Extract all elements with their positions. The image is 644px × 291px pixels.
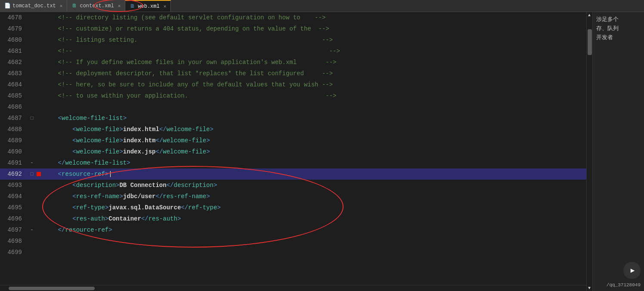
line-content: <!-- If you define welcome files in your… [42, 57, 586, 68]
error-gutter [36, 90, 42, 101]
code-editor[interactable]: 4678 <!-- directory listing (see default… [0, 12, 586, 291]
line-number: 4680 [0, 34, 28, 46]
error-gutter [36, 180, 42, 191]
right-sidebar: 涉足多个存、队列开发者 ▶ /qq_37128049 [592, 12, 644, 291]
error-gutter [36, 46, 42, 57]
table-row: 4696 <res-auth>Container</res-auth> [0, 213, 586, 224]
table-row: 4691 - </welcome-file-list> [0, 157, 586, 168]
vertical-scrollbar[interactable]: ▲ ▼ [586, 12, 592, 291]
table-row: 4697 - </resource-ref> [0, 224, 586, 236]
tab-label-context: context.xml [80, 3, 114, 9]
horizontal-scrollbar[interactable] [0, 285, 586, 291]
line-number: 4692 [0, 168, 28, 180]
scroll-down-button[interactable]: ▼ [586, 285, 592, 291]
line-content: <!-- directory listing (see default serv… [42, 12, 586, 23]
table-row: 4692 □ <resource-ref> [0, 168, 586, 180]
error-gutter [36, 224, 42, 236]
scrollbar-thumb[interactable] [9, 287, 95, 290]
line-number: 4694 [0, 191, 28, 202]
table-row: 4685 <!-- to use within your application… [0, 90, 586, 101]
fold-gutter [28, 68, 36, 79]
table-row: 4680 <!-- listings setting. --> [0, 34, 586, 46]
line-content: <resource-ref> [42, 168, 586, 180]
tab-tomcat-doc[interactable]: 📄 tomcat_doc.txt ✕ [0, 0, 67, 12]
line-content: <welcome-file>index.html</welcome-file> [42, 124, 586, 135]
line-number: 4687 [0, 113, 28, 124]
fold-gutter [28, 247, 36, 258]
table-row: 4694 <res-ref-name>jdbc/user</res-ref-na… [0, 191, 586, 202]
main-content: 4678 <!-- directory listing (see default… [0, 12, 644, 291]
error-gutter [36, 101, 42, 113]
line-content [42, 247, 586, 258]
tab-close-context[interactable]: ✕ [118, 3, 121, 9]
fold-gutter [28, 236, 36, 247]
line-number: 4697 [0, 224, 28, 236]
line-content [42, 101, 586, 113]
line-number: 4678 [0, 12, 28, 23]
line-content: </welcome-file-list> [42, 157, 586, 168]
line-content: <welcome-file>index.jsp</welcome-file> [42, 146, 586, 157]
tab-context-xml[interactable]: 🗎 context.xml ✕ [67, 0, 125, 12]
code-area: 4678 <!-- directory listing (see default… [0, 12, 586, 285]
fold-gutter [28, 124, 36, 135]
line-content: <welcome-file>index.htm</welcome-file> [42, 135, 586, 146]
line-number: 4682 [0, 57, 28, 68]
fold-gutter [28, 191, 36, 202]
table-row: 4699 [0, 247, 586, 258]
line-content: <res-auth>Container</res-auth> [42, 213, 586, 224]
line-number: 4685 [0, 90, 28, 101]
fold-gutter [28, 34, 36, 46]
line-content: <!-- listings setting. --> [42, 34, 586, 46]
play-button[interactable]: ▶ [623, 262, 641, 279]
error-gutter [36, 157, 42, 168]
fold-gutter [28, 23, 36, 34]
error-gutter [36, 57, 42, 68]
error-gutter [36, 191, 42, 202]
table-row: 4689 <welcome-file>index.htm</welcome-fi… [0, 135, 586, 146]
table-row: 4679 <!-- customize) or returns a 404 st… [0, 23, 586, 34]
tab-close-tomcat[interactable]: ✕ [60, 3, 63, 9]
line-number: 4683 [0, 68, 28, 79]
line-content: <ref-type>javax.sql.DataSource</ref-type… [42, 202, 586, 213]
line-number: 4695 [0, 202, 28, 213]
tab-web-xml[interactable]: 🗎 web.xml ✕ [125, 0, 171, 12]
fold-gutter [28, 12, 36, 23]
table-row: 4687 □ <welcome-file-list> [0, 113, 586, 124]
fold-gutter [28, 180, 36, 191]
xml-active-icon: 🗎 [130, 3, 136, 9]
fold-gutter: - [28, 157, 36, 168]
line-content: </resource-ref> [42, 224, 586, 236]
table-row: 4686 [0, 101, 586, 113]
fold-gutter [28, 57, 36, 68]
error-gutter [36, 135, 42, 146]
fold-gutter [28, 79, 36, 90]
table-row: 4688 <welcome-file>index.html</welcome-f… [0, 124, 586, 135]
tab-close-web[interactable]: ✕ [164, 3, 167, 9]
scroll-up-button[interactable]: ▲ [586, 12, 592, 18]
error-gutter [36, 124, 42, 135]
fold-gutter [28, 202, 36, 213]
fold-gutter [28, 135, 36, 146]
line-content: <welcome-file-list> [42, 113, 586, 124]
line-content: <res-ref-name>jdbc/user</res-ref-name> [42, 191, 586, 202]
fold-gutter: □ [28, 168, 36, 180]
v-scroll-thumb[interactable] [588, 29, 592, 55]
line-number: 4698 [0, 236, 28, 247]
line-content: <!-- customize) or returns a 404 status,… [42, 23, 586, 34]
table-row: 4681 <!-- --> [0, 46, 586, 57]
error-gutter [36, 12, 42, 23]
txt-icon: 📄 [4, 3, 10, 9]
table-row: 4683 <!-- deployment descriptor, that li… [0, 68, 586, 79]
tab-bar: 📄 tomcat_doc.txt ✕ 🗎 context.xml ✕ 🗎 web… [0, 0, 644, 12]
tab-label-web: web.xml [138, 3, 159, 9]
fold-gutter [28, 90, 36, 101]
line-content: <description>DB Connection</description> [42, 180, 586, 191]
error-gutter [36, 113, 42, 124]
xml-green-icon: 🗎 [71, 3, 77, 9]
table-row: 4690 <welcome-file>index.jsp</welcome-fi… [0, 146, 586, 157]
line-number: 4689 [0, 135, 28, 146]
line-number: 4688 [0, 124, 28, 135]
error-gutter [36, 202, 42, 213]
fold-gutter [28, 46, 36, 57]
line-content [42, 236, 586, 247]
